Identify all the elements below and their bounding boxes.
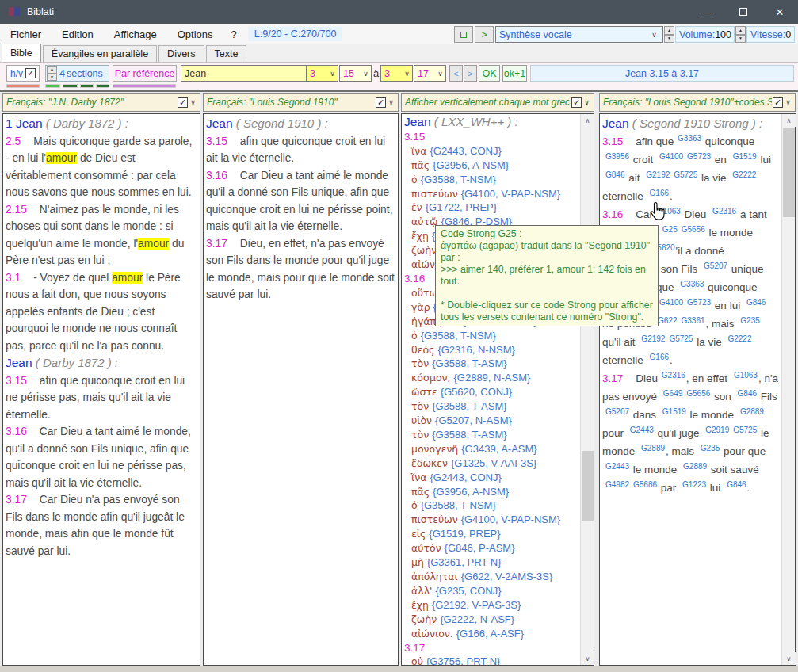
strong-code[interactable]: G4100: [659, 152, 684, 161]
greek-word[interactable]: εἰς: [411, 528, 429, 540]
column-1-version-select[interactable]: Français: "J.N. Darby 1872" ✓ ∨: [2, 93, 200, 112]
greek-strong-annotation[interactable]: {G2192, V-PAS-3S}: [432, 599, 521, 611]
strong-code[interactable]: G846: [746, 298, 766, 307]
column-3-checkbox[interactable]: ✓: [571, 97, 582, 108]
minimize-button[interactable]: —: [689, 0, 725, 24]
greek-word[interactable]: ἵνα: [411, 472, 430, 483]
strong-code[interactable]: G1063: [733, 371, 758, 380]
greek-word[interactable]: μὴ: [411, 556, 427, 568]
speed-field[interactable]: Vitesse: 0: [746, 26, 795, 43]
greek-word-line[interactable]: ζωὴν {G2222, N-ASF}: [404, 613, 578, 627]
greek-word-line[interactable]: ὁ {G3588, T-NSM}: [404, 498, 578, 513]
strong-code[interactable]: G166: [649, 353, 670, 361]
strong-code[interactable]: G235: [700, 444, 720, 452]
greek-strong-annotation[interactable]: {G5620, CONJ}: [441, 386, 512, 398]
strong-code[interactable]: G235: [739, 316, 760, 325]
book-select[interactable]: Jean ∨: [181, 65, 315, 82]
greek-word-line[interactable]: μονογενῆ {G3439, A-ASM}: [404, 442, 578, 456]
strong-code[interactable]: G5725: [732, 426, 758, 434]
greek-word-line[interactable]: τὸν {G3588, T-ASM}: [404, 428, 578, 442]
greek-strong-annotation[interactable]: {G3956, A-NSM}: [433, 486, 509, 498]
column-2-version-select[interactable]: Français: "Louis Segond 1910" ✓ ∨: [203, 93, 399, 112]
greek-strong-annotation[interactable]: {G5207, N-ASM}: [435, 414, 512, 426]
menu-options[interactable]: Options: [167, 24, 223, 44]
column-3-version-select[interactable]: Afficher verticalement chaque mot grec (…: [401, 93, 594, 112]
greek-strong-annotation[interactable]: {G4100, V-PAP-NSM}: [461, 514, 561, 525]
greek-word[interactable]: γὰρ: [411, 301, 433, 313]
greek-strong-annotation[interactable]: {G1722, PREP}: [426, 201, 497, 213]
strong-code[interactable]: G5725: [673, 170, 698, 179]
greek-strong-annotation[interactable]: {G2222, N-ASF}: [440, 613, 514, 625]
greek-word[interactable]: ὁ: [411, 174, 421, 185]
strong-code[interactable]: G2316: [712, 207, 737, 216]
ok-button[interactable]: OK: [479, 65, 500, 82]
greek-word[interactable]: ὁ: [411, 330, 421, 342]
strong-code[interactable]: G2222: [731, 170, 757, 179]
strong-code[interactable]: G4982: [605, 480, 630, 489]
greek-word[interactable]: ὁ: [411, 499, 421, 511]
close-button[interactable]: ✕: [762, 0, 798, 24]
greek-strong-annotation[interactable]: {G846, P-ASM}: [445, 542, 515, 554]
greek-word-line[interactable]: κόσμον, {G2889, N-ASM}: [404, 371, 578, 385]
strong-code[interactable]: G5207: [605, 407, 630, 416]
greek-word-line[interactable]: εἰς {G1519, PREP}: [404, 527, 578, 541]
strong-code[interactable]: G5723: [686, 152, 712, 161]
strong-code[interactable]: G846: [605, 170, 625, 179]
strong-code[interactable]: G2919: [704, 426, 730, 434]
strong-code[interactable]: G1519: [662, 407, 687, 416]
greek-word[interactable]: ἀλλ': [411, 585, 435, 597]
chapter-from-select[interactable]: 3 ∨: [306, 65, 338, 82]
chapter-to-select[interactable]: 3 ∨: [380, 65, 413, 82]
strong-code[interactable]: G3361: [681, 316, 706, 325]
greek-word-line[interactable]: αἰώνιον. {G166, A-ASF}: [404, 627, 578, 641]
greek-strong-annotation[interactable]: {G3588, T-NSM}: [421, 330, 496, 342]
greek-word-line[interactable]: τὸν {G3588, T-ASM}: [404, 357, 578, 371]
strong-code[interactable]: G2889: [640, 444, 666, 452]
greek-word-line[interactable]: ἀλλ' {G235, CONJ}: [404, 584, 578, 598]
speech-play-button[interactable]: >: [475, 26, 494, 43]
strong-code[interactable]: G5656: [681, 225, 706, 234]
greek-strong-annotation[interactable]: {G3439, A-ASM}: [461, 443, 536, 455]
voice-select[interactable]: Synthèse vocale ∨: [495, 26, 663, 43]
greek-word-line[interactable]: υἱὸν {G5207, N-ASM}: [404, 414, 578, 428]
greek-word-line[interactable]: ὥστε {G5620, CONJ}: [404, 385, 578, 399]
strong-code[interactable]: G2192: [645, 170, 670, 179]
tab-texte[interactable]: Texte: [206, 45, 247, 62]
strong-code[interactable]: G2443: [629, 426, 655, 434]
greek-word-line[interactable]: πιστεύων {G4100, V-PAP-NSM}: [404, 513, 578, 527]
menu-help[interactable]: ?: [223, 24, 245, 44]
greek-word-line[interactable]: ἵνα {G2443, CONJ}: [404, 471, 578, 485]
greek-word[interactable]: ἀπόληται: [411, 571, 461, 582]
scroll-up-icon[interactable]: ∧: [581, 114, 594, 127]
greek-word[interactable]: οὐ: [411, 655, 426, 666]
strong-code[interactable]: G3363: [679, 280, 704, 288]
strong-column-scrollbar[interactable]: ∧ ∨: [781, 114, 795, 665]
greek-word[interactable]: κόσμον,: [411, 372, 453, 384]
greek-strong-annotation[interactable]: {G622, V-2AMS-3S}: [461, 571, 553, 582]
speed-spinner[interactable]: ▲ ▼: [735, 26, 746, 43]
spinner-up-icon[interactable]: ▲: [735, 26, 746, 35]
strong-code[interactable]: G5686: [632, 480, 658, 489]
greek-word[interactable]: θεὸς: [411, 344, 437, 356]
menu-affichage[interactable]: Affichage: [104, 24, 167, 44]
strong-code[interactable]: G5725: [668, 334, 693, 343]
strong-code[interactable]: G5656: [685, 389, 711, 398]
scroll-down-icon[interactable]: ∨: [581, 652, 594, 665]
spinner-up-icon[interactable]: ▲: [664, 26, 674, 35]
strong-code[interactable]: G649: [662, 389, 683, 398]
greek-word-line[interactable]: αὐτὸν {G846, P-ASM}: [404, 541, 578, 556]
greek-strong-annotation[interactable]: {G2316, N-NSM}: [437, 344, 515, 356]
greek-strong-annotation[interactable]: {G3588, T-ASM}: [432, 400, 506, 412]
greek-word-line[interactable]: ὁ {G3588, T-NSM}: [404, 173, 578, 187]
greek-strong-annotation[interactable]: {G3956, A-NSM}: [433, 159, 509, 171]
greek-word[interactable]: ἔδωκεν: [411, 457, 451, 469]
verse-from-select[interactable]: 15 ∨: [339, 65, 372, 82]
scrollbar-thumb[interactable]: [582, 451, 594, 521]
greek-strong-annotation[interactable]: {G3361, PRT-N}: [427, 556, 502, 568]
strong-code[interactable]: G2889: [682, 462, 708, 471]
greek-word[interactable]: ζωὴν: [411, 613, 440, 625]
strong-code[interactable]: G2889: [739, 407, 765, 416]
greek-strong-annotation[interactable]: {G3756, PRT-N}: [426, 655, 501, 666]
strong-code[interactable]: G846: [737, 389, 758, 398]
spinner-down-icon[interactable]: ▼: [664, 35, 674, 44]
